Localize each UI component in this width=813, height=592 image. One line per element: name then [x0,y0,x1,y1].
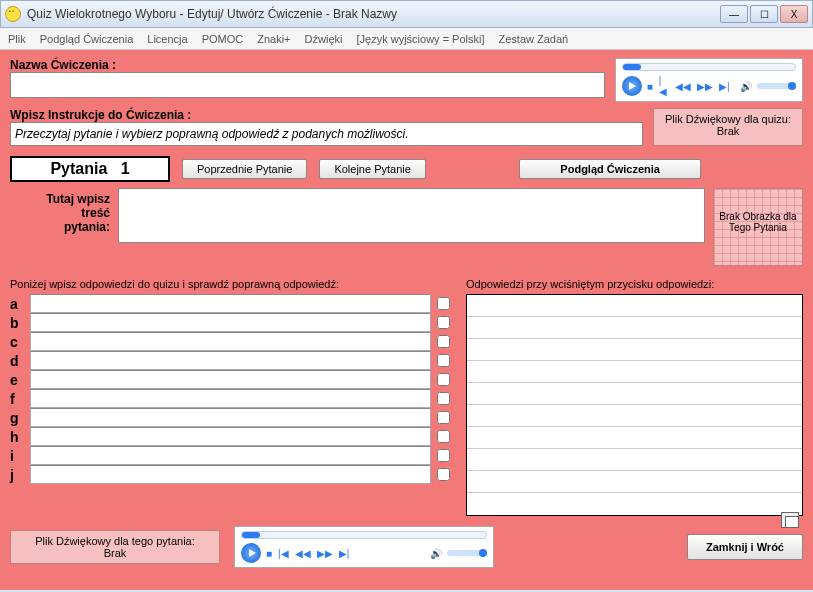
exercise-name-label: Nazwa Ćwiczenia : [10,58,605,72]
quiz-audio-player: ■ |◀ ◀◀ ▶▶ ▶| 🔊 [615,58,803,102]
close-and-return-button[interactable]: Zamknij i Wróć [687,534,803,560]
question-audio-player: ■ |◀ ◀◀ ▶▶ ▶| 🔊 [234,526,494,568]
stop-icon[interactable]: ■ [646,81,654,92]
audio-track-top[interactable] [622,63,796,71]
question-image-box[interactable]: Brak Obrazka dla Tego Pytania [713,188,803,266]
question-text-input[interactable] [118,188,705,243]
answer-input-j[interactable] [30,465,431,484]
menu-zestaw[interactable]: Zestaw Zadań [499,33,569,45]
answer-correct-checkbox-g[interactable] [437,411,450,424]
answers-label: Poniżej wpisz odpowiedzi do quizu i spra… [10,278,450,290]
prev-icon[interactable]: |◀ [658,75,670,97]
stop-icon-bottom[interactable]: ■ [265,548,273,559]
answer-input-i[interactable] [30,446,431,465]
answer-correct-checkbox-f[interactable] [437,392,450,405]
answer-letter-f: f [10,391,24,407]
menu-znaki[interactable]: Znaki+ [257,33,290,45]
answer-letter-g: g [10,410,24,426]
answer-input-c[interactable] [30,332,431,351]
menu-dzwieki[interactable]: Dźwięki [305,33,343,45]
volume-slider-bottom[interactable] [447,550,487,556]
volume-slider-top[interactable] [757,83,796,89]
menu-licencja[interactable]: Licencja [147,33,187,45]
minimize-button[interactable]: — [720,5,748,23]
question-sound-value: Brak [19,547,211,559]
next-question-button[interactable]: Kolejne Pytanie [319,159,425,179]
forward-icon[interactable]: ▶▶ [696,81,714,92]
copy-icon[interactable] [781,512,799,528]
answer-correct-checkbox-c[interactable] [437,335,450,348]
answer-input-d[interactable] [30,351,431,370]
answer-input-e[interactable] [30,370,431,389]
previous-question-button[interactable]: Poprzednie Pytanie [182,159,307,179]
play-icon-bottom[interactable] [241,543,261,563]
instructions-label: Wpisz Instrukcje do Ćwiczenia : [10,108,643,122]
preview-exercise-button[interactable]: Podgląd Ćwiczenia [519,159,701,179]
answer-input-h[interactable] [30,427,431,446]
answer-letter-c: c [10,334,24,350]
answer-correct-checkbox-i[interactable] [437,449,450,462]
answer-letter-h: h [10,429,24,445]
question-number-box: Pytania 1 [10,156,170,182]
answer-letter-b: b [10,315,24,331]
rewind-icon[interactable]: ◀◀ [674,81,692,92]
responses-panel[interactable] [466,294,803,516]
play-icon[interactable] [622,76,642,96]
menu-plik[interactable]: Plik [8,33,26,45]
question-label: Pytania [50,160,107,177]
exercise-name-input[interactable] [10,72,605,98]
next-icon-bottom[interactable]: ▶| [338,548,351,559]
menu-podglad[interactable]: Podgląd Ćwiczenia [40,33,134,45]
question-number: 1 [121,160,130,177]
next-icon[interactable]: ▶| [718,81,731,92]
question-sound-label: Plik Dźwiękowy dla tego pytania: [19,535,211,547]
question-text-label: Tutaj wpisz treść pytania: [10,188,110,266]
answer-correct-checkbox-e[interactable] [437,373,450,386]
window-title: Quiz Wielokrotnego Wyboru - Edytuj/ Utwó… [27,7,720,21]
answer-letter-d: d [10,353,24,369]
answer-input-a[interactable] [30,294,431,313]
answer-correct-checkbox-j[interactable] [437,468,450,481]
app-icon [5,6,21,22]
question-sound-file-box[interactable]: Plik Dźwiękowy dla tego pytania: Brak [10,530,220,564]
answer-input-b[interactable] [30,313,431,332]
answer-input-f[interactable] [30,389,431,408]
answer-correct-checkbox-a[interactable] [437,297,450,310]
answer-input-g[interactable] [30,408,431,427]
answer-letter-j: j [10,467,24,483]
quiz-sound-file-box[interactable]: Plik Dźwiękowy dla quizu: Brak [653,108,803,146]
volume-icon[interactable]: 🔊 [739,81,753,92]
prev-icon-bottom[interactable]: |◀ [277,548,290,559]
answer-correct-checkbox-h[interactable] [437,430,450,443]
answer-letter-a: a [10,296,24,312]
answer-letter-i: i [10,448,24,464]
menu-pomoc[interactable]: POMOC [202,33,244,45]
menu-jezyk[interactable]: [Język wyjściowy = Polski] [356,33,484,45]
answer-correct-checkbox-b[interactable] [437,316,450,329]
audio-track-bottom[interactable] [241,531,487,539]
answer-correct-checkbox-d[interactable] [437,354,450,367]
rewind-icon-bottom[interactable]: ◀◀ [294,548,312,559]
forward-icon-bottom[interactable]: ▶▶ [316,548,334,559]
maximize-button[interactable]: ☐ [750,5,778,23]
responses-label: Odpowiedzi przy wciśniętym przycisku odp… [466,278,803,290]
volume-icon-bottom[interactable]: 🔊 [429,548,443,559]
close-button[interactable]: X [780,5,808,23]
quiz-sound-value: Brak [660,125,796,137]
quiz-sound-label: Plik Dźwiękowy dla quizu: [660,113,796,125]
instructions-input[interactable] [10,122,643,146]
answer-letter-e: e [10,372,24,388]
